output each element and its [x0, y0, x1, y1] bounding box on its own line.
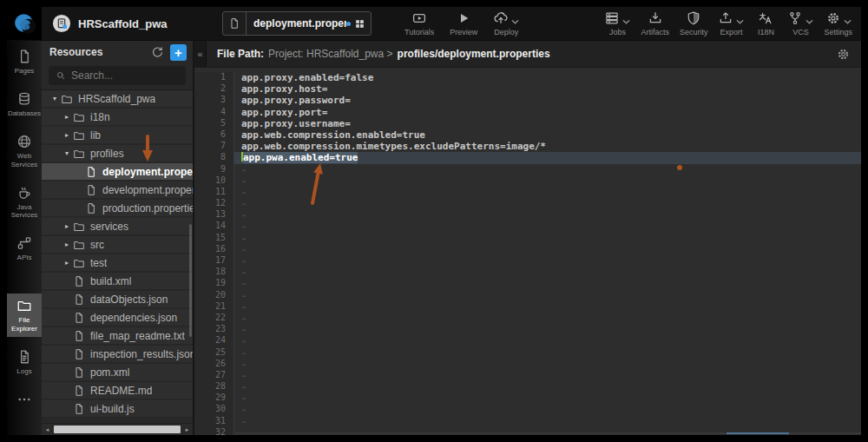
toolbar-button-preview[interactable]: Preview: [450, 10, 477, 36]
add-resource-button[interactable]: +: [170, 44, 187, 61]
code-line-26[interactable]: -: [234, 359, 861, 370]
toolbar-button-settings[interactable]: Settings: [824, 10, 852, 36]
expander-icon[interactable]: ▸: [61, 222, 73, 230]
tree-item[interactable]: ▸ src: [42, 236, 193, 254]
expander-icon[interactable]: ▸: [61, 113, 73, 121]
tree-item[interactable]: ▸ test: [42, 254, 193, 273]
rail-item-databases[interactable]: Databases: [7, 87, 42, 122]
code-line-13[interactable]: -: [234, 209, 861, 221]
code-editor[interactable]: 1234567891011121314151617181920212223242…: [194, 68, 861, 435]
selected-text: app.pwa.enabled=true: [243, 152, 358, 163]
tree-item[interactable]: production.properties: [42, 200, 193, 218]
code-line-7[interactable]: app.web.compression.mimetypes.excludePat…: [234, 141, 861, 152]
code-line-25[interactable]: -: [234, 347, 861, 359]
tree-item-label: development.properties: [102, 184, 193, 196]
code-line-6[interactable]: app.web.compression.enabled=true: [234, 129, 861, 141]
code-line-12[interactable]: -: [234, 198, 861, 209]
tree-item[interactable]: ▸ i18n: [42, 109, 193, 127]
tree-item[interactable]: pom.xml: [42, 364, 193, 382]
line-number: 7: [194, 141, 226, 152]
code-line-30[interactable]: -: [234, 404, 861, 415]
code-line-22[interactable]: -: [234, 313, 861, 324]
code-line-19[interactable]: -: [234, 278, 861, 289]
rail-item-logs[interactable]: Logs: [7, 345, 42, 379]
line-number: 24: [194, 335, 226, 346]
scrollbar-thumb[interactable]: [727, 432, 789, 434]
toolbar-button-deploy[interactable]: Deploy: [493, 10, 519, 36]
rail-item-java-services[interactable]: Java Services: [7, 181, 42, 223]
tree-item-label: file_map_readme.txt: [90, 330, 185, 342]
rail-item-file-explorer[interactable]: File Explorer: [7, 294, 42, 336]
code-line-9[interactable]: -: [234, 164, 861, 175]
code-line-11[interactable]: -: [234, 187, 861, 198]
tree-item[interactable]: ▾ profiles: [42, 145, 193, 163]
tab-deployment-properties[interactable]: deployment.propert...: [222, 11, 372, 36]
rail-item-pages[interactable]: Pages: [7, 44, 42, 79]
tree-item[interactable]: file_map_readme.txt: [42, 327, 193, 346]
code-line-18[interactable]: -: [234, 267, 861, 278]
code-line-24[interactable]: -: [234, 335, 861, 346]
expander-icon[interactable]: ▸: [61, 241, 73, 248]
toolbar-button-jobs[interactable]: Jobs: [604, 10, 630, 36]
expander-icon[interactable]: ▸: [61, 259, 73, 267]
code-line-20[interactable]: -: [234, 290, 861, 301]
code-content[interactable]: app.proxy.enabled=falseapp.proxy.host=ap…: [234, 72, 861, 435]
scroll-right-icon[interactable]: ▸: [182, 426, 192, 433]
code-line-10[interactable]: -: [234, 175, 861, 187]
code-line-15[interactable]: -: [234, 233, 861, 244]
expander-icon[interactable]: ▸: [61, 131, 73, 139]
tree-item[interactable]: dependencies.json: [42, 309, 193, 327]
code-line-29[interactable]: -: [234, 393, 861, 404]
toolbar-button-tutorials[interactable]: Tutorials: [404, 10, 434, 36]
project-chip[interactable]: HRScaffold_pwa: [42, 14, 181, 33]
toolbar-button-i18n[interactable]: I18N: [754, 10, 777, 36]
grid-icon[interactable]: [354, 18, 365, 30]
code-line-4[interactable]: app.proxy.port=: [234, 107, 861, 118]
scrollbar-thumb[interactable]: [54, 426, 181, 433]
rail-item-more[interactable]: [7, 387, 42, 414]
tree-item[interactable]: build.xml: [42, 273, 193, 291]
rail-icon: [16, 91, 32, 107]
toolbar-button-artifacts[interactable]: Artifacts: [641, 10, 669, 36]
code-line-2[interactable]: app.proxy.host=: [234, 83, 861, 95]
code-line-14[interactable]: -: [234, 221, 861, 232]
toolbar-button-vcs[interactable]: VCS: [787, 10, 813, 36]
rail-item-web-services[interactable]: Web Services: [7, 129, 42, 172]
expander-icon[interactable]: ▾: [61, 149, 73, 157]
tree-item[interactable]: deployment.properties: [42, 163, 193, 181]
tree-vertical-scrollbar[interactable]: [189, 224, 192, 337]
tree-item[interactable]: ui-build.js: [42, 400, 193, 419]
tree-item[interactable]: dataObjects.json: [42, 291, 193, 309]
tree-item[interactable]: inspection_results.json: [42, 346, 193, 364]
expander-icon[interactable]: ▾: [49, 95, 61, 102]
refresh-icon[interactable]: [151, 46, 164, 59]
tree-item[interactable]: development.properties: [42, 181, 193, 200]
editor-settings-icon[interactable]: [836, 47, 851, 62]
tree-item[interactable]: README.md: [42, 382, 193, 400]
code-line-8[interactable]: app.pwa.enabled=true: [234, 152, 861, 163]
toolbar-button-export[interactable]: Export: [718, 10, 744, 36]
code-line-3[interactable]: app.proxy.password=: [234, 95, 861, 106]
wavemaker-logo[interactable]: [7, 7, 42, 40]
code-line-17[interactable]: -: [234, 255, 861, 267]
code-line-28[interactable]: -: [234, 381, 861, 393]
editor-horizontal-scrollbar[interactable]: [235, 432, 861, 434]
toolbar-button-security[interactable]: Security: [680, 10, 708, 36]
code-line-16[interactable]: -: [234, 244, 861, 255]
tree-item[interactable]: ▸ lib: [42, 127, 193, 145]
scroll-left-icon[interactable]: ◂: [43, 426, 52, 433]
tree-horizontal-scrollbar[interactable]: ◂ ▸: [42, 423, 193, 435]
rail-item-apis[interactable]: APIs: [7, 231, 42, 266]
code-line-21[interactable]: -: [234, 301, 861, 313]
collapse-panel-button[interactable]: «: [194, 41, 207, 67]
code-line-27[interactable]: -: [234, 370, 861, 381]
code-line-1[interactable]: app.proxy.enabled=false: [234, 72, 861, 83]
code-line-23[interactable]: -: [234, 324, 861, 335]
tree-item[interactable]: ▸ services: [42, 218, 193, 236]
code-line-31[interactable]: -: [234, 416, 861, 427]
tree-node-icon: [85, 202, 97, 214]
search-input[interactable]: Search...: [49, 66, 186, 85]
tree-item[interactable]: ▾ HRScaffold_pwa: [42, 90, 193, 109]
tree-node-icon: [85, 166, 97, 178]
code-line-5[interactable]: app.proxy.username=: [234, 118, 861, 129]
